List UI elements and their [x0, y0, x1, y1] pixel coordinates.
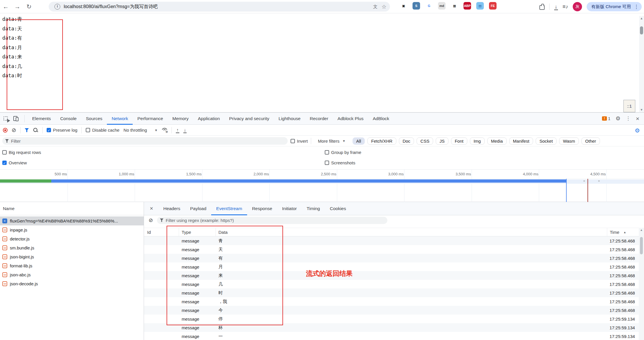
- request-type-chip[interactable]: Doc: [399, 137, 414, 145]
- inspect-element-icon[interactable]: [3, 115, 10, 122]
- devtools-tab[interactable]: Privacy and security: [225, 113, 274, 125]
- devtools-tab[interactable]: AdBlock: [368, 113, 394, 125]
- detail-tab[interactable]: Timing: [302, 202, 325, 215]
- request-row[interactable]: <> sm.bundle.js: [0, 243, 144, 252]
- page-scroll-thumb[interactable]: [640, 26, 643, 34]
- eventstream-row[interactable]: message 时 17:25:58.468: [144, 288, 644, 297]
- request-row[interactable]: <> inpage.js: [0, 225, 144, 234]
- chrome-update-button[interactable]: 有新版 Chrome 可用 ⋮: [587, 2, 642, 11]
- devtools-tab[interactable]: Application: [193, 113, 225, 125]
- request-type-chip[interactable]: CSS: [417, 137, 433, 145]
- throttling-select[interactable]: No throttling ▼: [123, 128, 158, 133]
- request-list-header[interactable]: Name: [0, 202, 144, 215]
- devtools-tab[interactable]: Memory: [168, 113, 193, 125]
- checkbox-unchecked-icon[interactable]: [291, 139, 295, 143]
- screenshots-checkbox[interactable]: Screenshots: [325, 160, 355, 165]
- request-row[interactable]: ≡ fluxGen?msg=%E4%B8%BA%E6%88%91%E5%86%.…: [0, 216, 144, 225]
- extension-icon[interactable]: G: [425, 2, 433, 10]
- request-type-chip[interactable]: Wasm: [559, 137, 579, 145]
- network-conditions-icon[interactable]: ⚙: [162, 128, 167, 133]
- eventstream-row[interactable]: message 来 17:25:58.468: [144, 271, 644, 280]
- bookmark-star-icon[interactable]: ☆: [382, 3, 386, 10]
- devtools-tab[interactable]: Performance: [133, 113, 168, 125]
- request-row[interactable]: <> json-abc.js: [0, 270, 144, 279]
- network-overview[interactable]: [0, 179, 644, 202]
- eventstream-filter-pill[interactable]: [157, 217, 387, 224]
- request-type-chip[interactable]: JS: [436, 137, 448, 145]
- more-filters-button[interactable]: More filters ▼: [318, 139, 346, 144]
- request-type-chip[interactable]: Manifest: [509, 137, 533, 145]
- back-icon[interactable]: ←: [0, 3, 12, 10]
- checkbox-unchecked-icon[interactable]: [325, 161, 329, 165]
- devtools-tab[interactable]: Network: [107, 113, 133, 125]
- request-type-chip[interactable]: Font: [451, 137, 467, 145]
- request-type-chip[interactable]: Socket: [536, 137, 557, 145]
- column-header-data[interactable]: Data: [216, 228, 607, 236]
- devtools-tab[interactable]: Sources: [81, 113, 107, 125]
- scroll-up-icon[interactable]: ▲: [639, 16, 644, 20]
- issues-badge[interactable]: ! 1: [602, 116, 610, 121]
- checkbox-checked-icon[interactable]: ✓: [47, 128, 51, 132]
- extension-icon[interactable]: S: [413, 2, 420, 10]
- import-har-icon[interactable]: ↑: [176, 127, 179, 133]
- export-har-icon[interactable]: ↓: [183, 127, 187, 133]
- request-type-chip[interactable]: All: [353, 137, 365, 145]
- request-row[interactable]: <> format-lib.js: [0, 261, 144, 270]
- checkbox-unchecked-icon[interactable]: [86, 128, 90, 132]
- eventstream-scrollbar[interactable]: ▲: [639, 228, 644, 340]
- extension-icon[interactable]: ABP: [464, 2, 471, 10]
- eventstream-row[interactable]: message 天 17:25:58.468: [144, 245, 644, 254]
- network-filter-input-pill[interactable]: [2, 137, 288, 145]
- detail-tab[interactable]: Payload: [185, 202, 211, 215]
- request-type-chip[interactable]: Img: [470, 137, 485, 145]
- reload-icon[interactable]: ↻: [23, 3, 35, 10]
- record-network-log-button[interactable]: [3, 128, 8, 133]
- checkbox-checked-icon[interactable]: ✓: [2, 161, 7, 165]
- request-type-chip[interactable]: Media: [487, 137, 507, 145]
- eventstream-row[interactable]: message 青 17:25:58.468: [144, 236, 644, 245]
- scroll-down-icon[interactable]: ▼: [639, 108, 644, 111]
- extension-icon[interactable]: ▣: [400, 2, 407, 10]
- extensions-puzzle-icon[interactable]: [539, 5, 545, 10]
- eventstream-row[interactable]: message ，我 17:25:58.468: [144, 297, 644, 306]
- scroll-up-icon[interactable]: ▲: [639, 228, 644, 231]
- preserve-log-checkbox[interactable]: ✓ Preserve log: [47, 128, 77, 133]
- detail-tab[interactable]: Initiator: [277, 202, 302, 215]
- filter-toggle-icon[interactable]: [25, 128, 29, 132]
- extension-icon[interactable]: ▦: [451, 2, 458, 10]
- search-icon[interactable]: [33, 128, 38, 133]
- eventstream-row[interactable]: message 杯 17:25:59.134: [144, 323, 644, 332]
- eventstream-row[interactable]: message 月 17:25:58.468: [144, 262, 644, 271]
- eventstream-row[interactable]: message 几 17:25:58.468: [144, 280, 644, 288]
- network-filter-input[interactable]: [11, 139, 285, 144]
- checkbox-unchecked-icon[interactable]: [2, 150, 7, 155]
- big-request-rows-checkbox[interactable]: Big request rows: [2, 150, 41, 155]
- omnibox[interactable]: i 文 ☆: [49, 2, 390, 12]
- eventstream-row[interactable]: message 今 17:25:58.468: [144, 306, 644, 315]
- browser-menu-icon[interactable]: ⋮: [634, 4, 639, 10]
- extension-icon[interactable]: FE: [489, 2, 497, 10]
- extension-icon[interactable]: md: [438, 2, 446, 10]
- invert-filter-checkbox[interactable]: Invert: [291, 139, 308, 144]
- checkbox-unchecked-icon[interactable]: [325, 150, 329, 155]
- request-type-chip[interactable]: Other: [581, 137, 600, 145]
- devtools-tab[interactable]: Console: [56, 113, 81, 125]
- site-info-icon[interactable]: i: [54, 4, 60, 10]
- detail-close-icon[interactable]: ×: [144, 205, 158, 212]
- detail-tab[interactable]: EventStream: [211, 202, 247, 215]
- devtools-tab[interactable]: Adblock Plus: [333, 113, 368, 125]
- group-by-frame-checkbox[interactable]: Group by frame: [325, 150, 361, 155]
- translate-icon[interactable]: 文: [373, 4, 377, 10]
- devtools-settings-icon[interactable]: ⚙: [616, 115, 621, 122]
- detail-tab[interactable]: Cookies: [325, 202, 351, 215]
- request-row[interactable]: <> detector.js: [0, 234, 144, 243]
- url-input[interactable]: [64, 4, 373, 9]
- detail-tab[interactable]: Headers: [158, 202, 185, 215]
- clear-events-icon[interactable]: ⊘: [149, 218, 153, 223]
- column-header-id[interactable]: Id: [144, 228, 179, 236]
- detail-tab[interactable]: Response: [247, 202, 277, 215]
- request-row[interactable]: <> json-decode.js: [0, 279, 144, 288]
- eventstream-scroll-thumb[interactable]: [640, 237, 643, 254]
- forward-icon[interactable]: →: [12, 3, 23, 10]
- column-header-time[interactable]: Time ▲: [607, 228, 639, 236]
